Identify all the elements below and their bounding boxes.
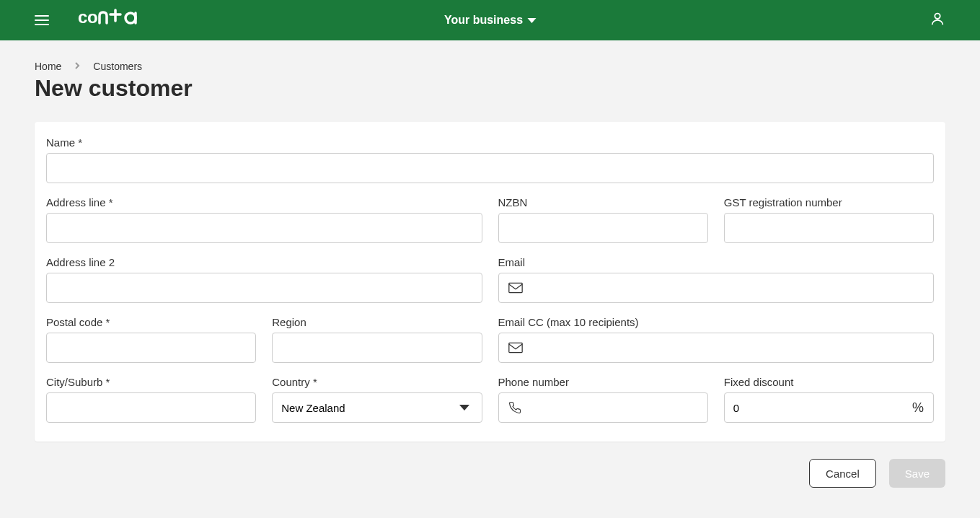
svg-point-3	[935, 14, 940, 19]
label-nzbn: NZBN	[498, 196, 708, 208]
field-city-suburb: City/Suburb	[46, 376, 256, 423]
field-postal-code: Postal code	[46, 316, 256, 363]
label-address-line: Address line	[46, 196, 482, 208]
field-phone: Phone number	[498, 376, 708, 423]
input-address-line-2[interactable]	[46, 273, 482, 303]
breadcrumb-home[interactable]: Home	[35, 61, 61, 72]
input-email[interactable]	[498, 273, 935, 303]
chevron-right-icon	[73, 61, 81, 72]
app-header: c o Your business	[0, 0, 980, 40]
svg-point-2	[125, 13, 136, 23]
label-address-line-2: Address line 2	[46, 256, 482, 268]
header-left: c o	[35, 9, 147, 32]
input-name[interactable]	[46, 153, 934, 183]
phone-icon	[508, 401, 521, 414]
svg-text:c: c	[78, 9, 87, 27]
business-selector[interactable]: Your business	[444, 14, 536, 27]
input-fixed-discount[interactable]	[724, 392, 934, 423]
breadcrumb: Home Customers	[35, 61, 945, 72]
label-email: Email	[498, 256, 935, 268]
label-gst: GST registration number	[724, 196, 934, 208]
field-email-cc: Email CC (max 10 recipients)	[498, 316, 935, 363]
svg-rect-4	[508, 283, 521, 292]
page-title: New customer	[35, 75, 945, 102]
input-postal-code[interactable]	[46, 333, 256, 363]
breadcrumb-customers[interactable]: Customers	[93, 61, 142, 72]
mail-icon	[508, 282, 523, 294]
label-country: Country	[272, 376, 482, 388]
label-name: Name	[46, 136, 934, 149]
input-gst[interactable]	[724, 213, 934, 243]
mail-icon	[508, 342, 523, 354]
cancel-button[interactable]: Cancel	[809, 459, 876, 488]
select-country[interactable]: New Zealand	[272, 392, 482, 423]
menu-icon[interactable]	[35, 15, 49, 25]
field-gst: GST registration number	[724, 196, 934, 243]
label-postal-code: Postal code	[46, 316, 256, 328]
field-address-line-2: Address line 2	[46, 256, 482, 303]
app-logo: c o	[78, 9, 147, 32]
label-phone: Phone number	[498, 376, 708, 388]
field-address-line: Address line	[46, 196, 482, 243]
business-selector-label: Your business	[444, 14, 523, 27]
field-fixed-discount: Fixed discount %	[724, 376, 934, 423]
input-region[interactable]	[272, 333, 482, 363]
page-content: Home Customers New customer Name Address…	[0, 40, 980, 509]
input-city-suburb[interactable]	[46, 392, 256, 423]
field-email: Email	[498, 256, 935, 303]
svg-text:o: o	[87, 9, 98, 27]
save-button[interactable]: Save	[889, 459, 945, 488]
label-email-cc: Email CC (max 10 recipients)	[498, 316, 935, 328]
label-fixed-discount: Fixed discount	[724, 376, 934, 388]
form-actions: Cancel Save	[35, 459, 945, 488]
field-region: Region	[272, 316, 482, 363]
caret-down-icon	[527, 18, 536, 23]
svg-rect-5	[508, 343, 521, 352]
label-region: Region	[272, 316, 482, 328]
input-email-cc[interactable]	[498, 333, 935, 363]
field-country: Country New Zealand	[272, 376, 482, 423]
field-nzbn: NZBN	[498, 196, 708, 243]
input-phone[interactable]	[498, 392, 708, 423]
logo-svg: c o	[78, 9, 147, 27]
input-nzbn[interactable]	[498, 213, 708, 243]
percent-icon: %	[912, 400, 924, 416]
input-address-line[interactable]	[46, 213, 482, 243]
field-name: Name	[46, 136, 934, 183]
form-card: Name Address line Address line 2 Postal …	[35, 122, 945, 442]
label-city-suburb: City/Suburb	[46, 376, 256, 388]
user-icon[interactable]	[930, 11, 945, 30]
